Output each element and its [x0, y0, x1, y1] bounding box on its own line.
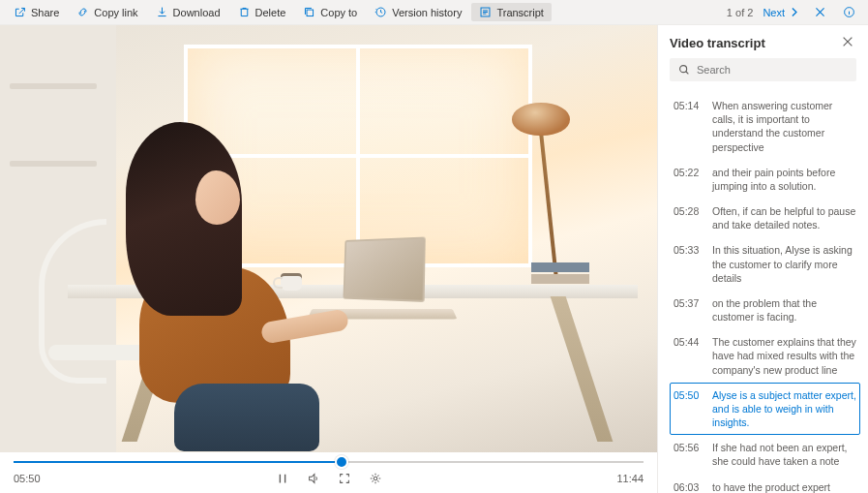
scene-person: [68, 122, 319, 451]
close-icon: [841, 35, 854, 48]
copy-icon: [303, 6, 315, 18]
share-button[interactable]: Share: [6, 3, 67, 21]
transcript-text: When answering customer calls, it is imp…: [712, 99, 856, 154]
svg-rect-0: [307, 10, 314, 16]
transcript-entry[interactable]: 06:03to have the product expert follow u…: [670, 475, 860, 493]
history-icon: [374, 6, 387, 18]
transcript-text: Alyse is a subject matter expert, and is…: [712, 388, 856, 430]
progress-thumb[interactable]: [335, 455, 348, 469]
share-label: Share: [31, 7, 59, 18]
transcript-entries: 05:14When answering customer calls, it i…: [658, 89, 868, 493]
copylink-label: Copy link: [94, 7, 137, 18]
transcript-button[interactable]: Transcript: [471, 3, 552, 21]
download-label: Download: [173, 7, 221, 18]
transcript-text: If she had not been an expert, she could…: [712, 441, 856, 468]
fullscreen-button[interactable]: [338, 472, 351, 485]
transcript-icon: [479, 6, 492, 18]
chevron-right-icon: [788, 6, 800, 18]
transcript-search-input[interactable]: [697, 64, 849, 76]
share-icon: [14, 6, 26, 18]
transcript-entry[interactable]: 05:44The customer explains that they hav…: [670, 329, 860, 383]
time-duration: 11:44: [616, 473, 644, 484]
transcript-timestamp: 05:33: [673, 243, 703, 285]
transcript-text: to have the product expert follow up wit…: [712, 480, 856, 493]
transcript-text: The customer explains that they have had…: [712, 335, 856, 377]
copylink-button[interactable]: Copy link: [69, 3, 145, 21]
transcript-timestamp: 05:22: [673, 166, 703, 193]
transcript-timestamp: 05:37: [673, 296, 703, 324]
time-current: 05:50: [14, 473, 41, 484]
info-icon: [843, 6, 855, 18]
close-icon: [814, 6, 826, 18]
version-history-button[interactable]: Version history: [367, 3, 469, 21]
download-button[interactable]: Download: [148, 3, 228, 21]
transcript-text: and their pain points before jumping int…: [712, 166, 856, 193]
top-toolbar: Share Copy link Download Delete Copy to …: [0, 0, 868, 25]
transcript-entry[interactable]: 05:28Often, if can be helpful to pause a…: [670, 199, 860, 237]
svg-point-5: [680, 66, 687, 73]
transcript-panel: Video transcript 05:14When answering cus…: [657, 25, 868, 493]
delete-label: Delete: [255, 7, 286, 18]
transcript-search[interactable]: [670, 58, 856, 81]
transcript-timestamp: 05:50: [673, 388, 703, 430]
transcript-entry[interactable]: 05:33In this situation, Alyse is asking …: [670, 237, 860, 291]
transcript-timestamp: 05:44: [673, 335, 703, 377]
volume-button[interactable]: [307, 472, 320, 485]
video-controls: 05:50 11:44: [0, 452, 657, 493]
transcript-entry[interactable]: 05:56If she had not been an expert, she …: [670, 435, 860, 474]
transcript-timestamp: 05:14: [673, 99, 703, 154]
video-frame[interactable]: [0, 25, 657, 452]
transcript-timestamp: 05:28: [673, 204, 703, 231]
transcript-timestamp: 05:56: [673, 441, 703, 468]
search-icon: [677, 63, 691, 77]
progress-fill: [14, 461, 342, 463]
pause-button[interactable]: [276, 472, 289, 485]
info-button[interactable]: [839, 3, 858, 22]
progress-track: [14, 461, 644, 463]
version-label: Version history: [392, 7, 462, 18]
download-icon: [156, 6, 168, 18]
settings-button[interactable]: [369, 472, 382, 485]
delete-icon: [238, 6, 251, 18]
progress-bar[interactable]: [14, 454, 644, 470]
copyto-label: Copy to: [320, 7, 357, 18]
transcript-text: In this situation, Alyse is asking the c…: [712, 243, 856, 285]
transcript-text: on the problem that the customer is faci…: [712, 296, 856, 324]
transcript-text: Often, if can be helpful to pause and ta…: [712, 204, 856, 231]
video-area: 05:50 11:44: [0, 25, 657, 493]
toolbar-right: 1 of 2 Next: [727, 3, 862, 22]
page-position: 1 of 2: [727, 7, 754, 18]
transcript-timestamp: 06:03: [673, 480, 703, 493]
transcript-entry[interactable]: 05:37on the problem that the customer is…: [670, 291, 860, 329]
svg-point-4: [374, 477, 377, 480]
close-transcript-button[interactable]: [841, 35, 856, 50]
link-icon: [76, 6, 89, 18]
close-preview-button[interactable]: [810, 3, 829, 22]
transcript-title: Video transcript: [670, 36, 765, 50]
delete-button[interactable]: Delete: [230, 3, 294, 21]
transcript-entry[interactable]: 05:14When answering customer calls, it i…: [670, 93, 860, 160]
transcript-entry[interactable]: 05:50Alyse is a subject matter expert, a…: [670, 383, 860, 436]
transcript-entry[interactable]: 05:22and their pain points before jumpin…: [670, 160, 860, 199]
next-label: Next: [763, 7, 785, 18]
next-button[interactable]: Next: [763, 6, 800, 18]
main-area: 05:50 11:44 Video transcript: [0, 25, 868, 493]
copyto-button[interactable]: Copy to: [295, 3, 365, 21]
scene-lamp: [502, 74, 589, 267]
transcript-label: Transcript: [496, 7, 544, 18]
